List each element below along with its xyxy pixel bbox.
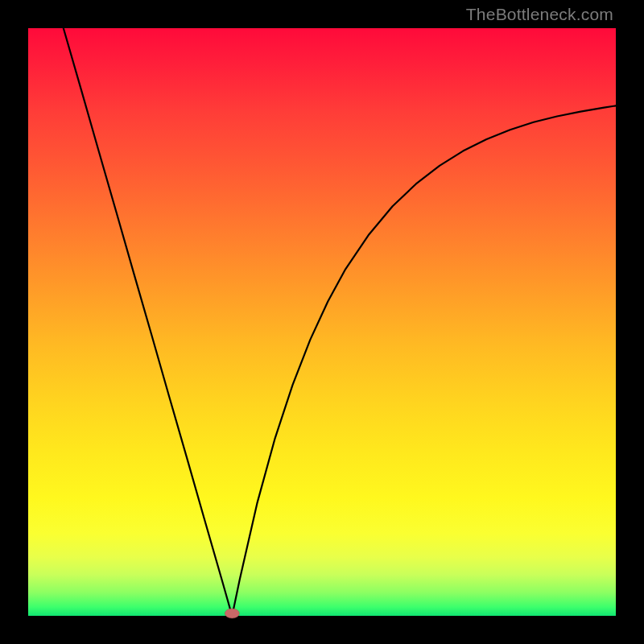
chart-frame: TheBottleneck.com (0, 0, 644, 644)
bottleneck-curve (64, 28, 616, 616)
curve-svg (28, 28, 616, 616)
minimum-marker (225, 609, 239, 618)
watermark-text: TheBottleneck.com (466, 5, 613, 24)
plot-area (28, 28, 616, 616)
